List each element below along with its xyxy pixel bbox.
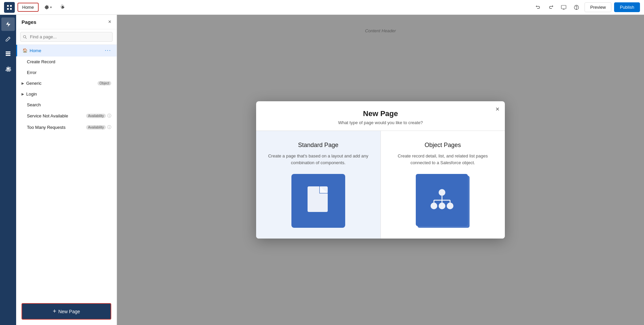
obj-card-front: [416, 174, 468, 226]
content-area: Content Header × New Page What type of p…: [117, 15, 644, 325]
page-name: Search: [27, 102, 111, 107]
list-item[interactable]: Create Record: [16, 57, 117, 67]
page-name: Too Many Requests: [27, 125, 84, 130]
list-item[interactable]: 🏠 Home ···: [16, 45, 117, 57]
pages-panel-close[interactable]: ×: [108, 19, 111, 25]
list-item[interactable]: Service Not Available Availability ⓘ: [16, 110, 117, 122]
modal-header: New Page What type of page would you lik…: [256, 101, 505, 131]
home-tab[interactable]: Home: [17, 3, 39, 12]
home-icon: 🏠: [23, 48, 28, 53]
list-item[interactable]: ▶ Login: [16, 89, 117, 100]
modal-subtitle: What type of page would you like to crea…: [264, 120, 497, 125]
topbar-right-icons: [533, 2, 582, 13]
svg-point-15: [431, 203, 437, 209]
settings-chevron: ▾: [50, 5, 52, 9]
modal-body: Standard Page Create a page that's based…: [256, 131, 505, 239]
help-button[interactable]: [571, 2, 582, 13]
page-name: Home: [30, 48, 105, 53]
sidebar-icon-pages[interactable]: [1, 47, 15, 61]
list-item[interactable]: Search: [16, 100, 117, 110]
page-name: Error: [27, 70, 111, 75]
chevron-icon: ▶: [22, 81, 24, 85]
pages-panel-title: Pages: [22, 19, 36, 25]
modal-overlay[interactable]: × New Page What type of page would you l…: [117, 15, 644, 325]
undo-button[interactable]: [533, 2, 544, 13]
pages-panel-header: Pages ×: [16, 15, 117, 29]
page-name: Generic: [26, 81, 95, 86]
pages-list: 🏠 Home ··· Create Record Error ▶ Generic…: [16, 45, 117, 298]
modal-title: New Page: [264, 109, 497, 118]
chevron-icon: ▶: [22, 92, 24, 96]
more-options-button[interactable]: ···: [105, 47, 111, 53]
svg-rect-4: [561, 5, 566, 9]
pages-panel: Pages × 🏠 Home ··· Create Record Error: [16, 15, 117, 325]
standard-page-title: Standard Page: [298, 142, 338, 149]
new-page-modal: × New Page What type of page would you l…: [256, 101, 505, 239]
info-icon[interactable]: ⓘ: [107, 124, 111, 130]
list-item[interactable]: Error: [16, 67, 117, 78]
object-pages-desc: Create record detail, list, and related …: [389, 153, 497, 166]
svg-rect-13: [308, 186, 328, 212]
modal-close-button[interactable]: ×: [495, 105, 499, 113]
svg-rect-0: [7, 5, 9, 7]
svg-rect-7: [6, 51, 10, 52]
object-pages-option[interactable]: Object Pages Create record detail, list,…: [381, 131, 505, 239]
svg-rect-2: [7, 8, 9, 10]
search-input[interactable]: [20, 32, 113, 42]
standard-page-icon: [291, 174, 345, 228]
pages-search-area: [16, 29, 117, 45]
sidebar-icon-edit[interactable]: [1, 32, 15, 46]
list-item[interactable]: Too Many Requests Availability ⓘ: [16, 122, 117, 133]
standard-page-desc: Create a page that's based on a layout a…: [264, 153, 372, 166]
desktop-icon[interactable]: [558, 2, 569, 13]
plus-icon: +: [53, 308, 56, 315]
svg-point-16: [439, 203, 445, 209]
object-pages-title: Object Pages: [425, 142, 461, 149]
svg-rect-1: [10, 5, 12, 7]
pages-search-wrapper: [20, 32, 113, 42]
svg-line-12: [26, 38, 27, 39]
topbar-left: Home ▾: [4, 2, 68, 13]
main-layout: Pages × 🏠 Home ··· Create Record Error: [0, 15, 644, 325]
preview-button[interactable]: Preview: [585, 2, 611, 12]
page-name: Login: [26, 92, 111, 97]
page-name: Service Not Available: [27, 113, 84, 118]
svg-rect-9: [6, 55, 10, 56]
grid-icon-button[interactable]: [4, 2, 15, 13]
page-name: Create Record: [27, 59, 111, 64]
sidebar-icon-settings[interactable]: [1, 62, 15, 75]
settings-button[interactable]: ▾: [41, 3, 54, 11]
svg-point-17: [447, 203, 453, 209]
topbar-right: Preview Publish: [533, 2, 640, 13]
availability-badge: Availability: [86, 114, 106, 118]
svg-rect-3: [10, 8, 12, 10]
svg-rect-8: [6, 53, 10, 54]
topbar: Home ▾: [0, 0, 644, 15]
object-badge: Object: [97, 81, 111, 85]
availability-badge: Availability: [86, 125, 106, 130]
object-pages-icon: [416, 174, 470, 228]
standard-page-option[interactable]: Standard Page Create a page that's based…: [256, 131, 381, 239]
list-item[interactable]: ▶ Generic Object: [16, 78, 117, 89]
new-page-label: New Page: [58, 309, 80, 314]
sidebar-icon-lightning[interactable]: [1, 17, 15, 31]
svg-point-6: [576, 8, 576, 9]
refresh-button[interactable]: [57, 3, 68, 12]
sidebar-icons: [0, 15, 16, 325]
search-icon: [23, 35, 27, 39]
publish-button[interactable]: Publish: [614, 2, 640, 12]
redo-button[interactable]: [546, 2, 556, 13]
new-page-button[interactable]: + New Page: [22, 303, 111, 320]
info-icon[interactable]: ⓘ: [107, 113, 111, 119]
svg-point-11: [24, 35, 26, 38]
svg-point-14: [439, 189, 445, 196]
